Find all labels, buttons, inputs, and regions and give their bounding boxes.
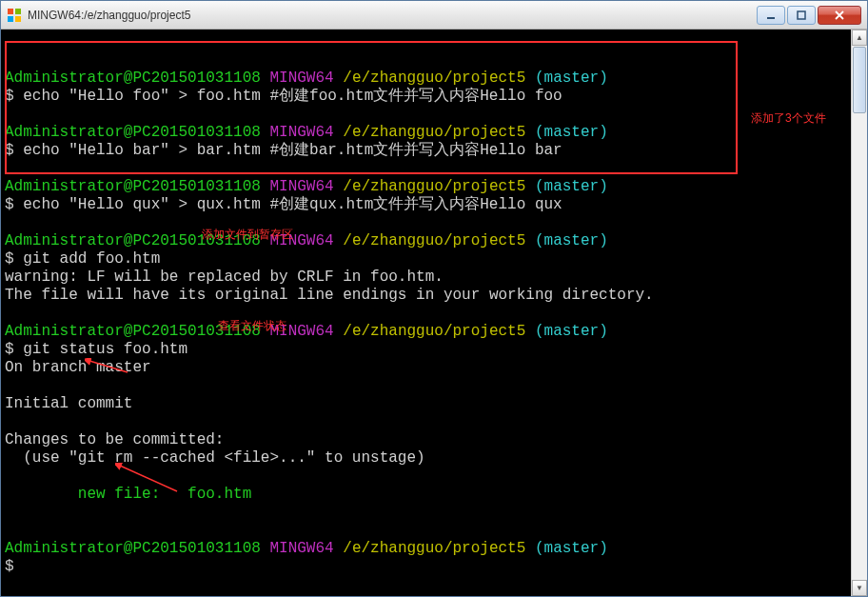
blank-line xyxy=(5,522,14,539)
out-changes: Changes to be committed: xyxy=(5,431,224,448)
maximize-button[interactable] xyxy=(787,6,816,25)
prompt-env: MINGW64 xyxy=(269,178,333,195)
prompt-symbol: $ xyxy=(5,341,14,358)
scroll-thumb[interactable] xyxy=(853,47,866,113)
svg-rect-3 xyxy=(15,16,21,22)
annotation-add-stage: 添加文件到暂存区 xyxy=(202,227,293,243)
prompt-path: /e/zhangguo/project5 xyxy=(343,70,525,87)
close-button[interactable] xyxy=(818,6,861,25)
prompt-branch: (master) xyxy=(535,70,608,87)
terminal-area[interactable]: Administrator@PC201501031108 MINGW64 /e/… xyxy=(1,30,867,596)
svg-rect-5 xyxy=(798,11,805,19)
svg-rect-0 xyxy=(8,9,13,14)
prompt-env: MINGW64 xyxy=(269,540,333,557)
prompt-user: Administrator@PC201501031108 xyxy=(5,540,261,557)
blank-line xyxy=(5,413,14,430)
out-initial: Initial commit xyxy=(5,395,132,412)
out-on-branch: On branch master xyxy=(5,359,151,376)
blank-line xyxy=(5,468,14,485)
prompt-env: MINGW64 xyxy=(269,70,333,87)
mingw-window: MINGW64:/e/zhangguo/project5 Administrat… xyxy=(0,0,868,597)
minimize-button[interactable] xyxy=(757,6,785,25)
svg-rect-2 xyxy=(8,16,13,22)
titlebar[interactable]: MINGW64:/e/zhangguo/project5 xyxy=(1,1,867,30)
prompt-user: Administrator@PC201501031108 xyxy=(5,70,261,87)
terminal-content: Administrator@PC201501031108 MINGW64 /e/… xyxy=(5,33,863,576)
blank-line xyxy=(5,214,14,231)
annotation-check-status: 查看文件状态 xyxy=(218,318,286,334)
svg-rect-4 xyxy=(767,17,775,19)
prompt-path: /e/zhangguo/project5 xyxy=(343,178,525,195)
prompt-branch: (master) xyxy=(535,178,608,195)
cmd-echo-foo: echo "Hello foo" > foo.htm #创建foo.htm文件并… xyxy=(14,88,562,105)
cmd-echo-qux: echo "Hello qux" > qux.htm #创建qux.htm文件并… xyxy=(14,196,562,213)
blank-line xyxy=(5,305,14,322)
prompt-path: /e/zhangguo/project5 xyxy=(343,323,525,340)
prompt-branch: (master) xyxy=(535,232,608,249)
cmd-echo-bar: echo "Hello bar" > bar.htm #创建bar.htm文件并… xyxy=(14,142,562,159)
prompt-env: MINGW64 xyxy=(269,124,333,141)
annotation-added3: 添加了3个文件 xyxy=(751,110,826,127)
prompt-user: Administrator@PC201501031108 xyxy=(5,124,261,141)
svg-rect-1 xyxy=(15,9,21,14)
prompt-path: /e/zhangguo/project5 xyxy=(343,540,525,557)
prompt-path: /e/zhangguo/project5 xyxy=(343,232,525,249)
prompt-path: /e/zhangguo/project5 xyxy=(343,124,525,141)
cmd-git-add: git add foo.htm xyxy=(14,250,161,268)
prompt-branch: (master) xyxy=(535,540,608,557)
out-use-rm: (use "git rm --cached <file>..." to unst… xyxy=(5,449,425,467)
prompt-symbol: $ xyxy=(5,250,14,268)
prompt-symbol: $ xyxy=(5,88,14,105)
prompt-symbol: $ xyxy=(5,558,14,575)
out-warn1: warning: LF will be replaced by CRLF in … xyxy=(5,269,444,286)
prompt-branch: (master) xyxy=(535,323,608,340)
out-new-file: new file: foo.htm xyxy=(5,486,251,503)
prompt-symbol: $ xyxy=(5,142,14,159)
out-warn2: The file will have its original line end… xyxy=(5,287,654,304)
scroll-up-button[interactable]: ▲ xyxy=(852,30,867,46)
blank-line xyxy=(5,160,14,177)
prompt-branch: (master) xyxy=(535,124,608,141)
app-icon xyxy=(7,8,22,23)
prompt-symbol: $ xyxy=(5,196,14,213)
scroll-down-button[interactable]: ▼ xyxy=(852,580,867,596)
blank-line xyxy=(5,106,14,123)
blank-line xyxy=(5,377,14,394)
window-title: MINGW64:/e/zhangguo/project5 xyxy=(28,9,755,22)
blank-line xyxy=(5,504,14,521)
window-controls xyxy=(755,6,861,25)
scrollbar[interactable]: ▲ ▼ xyxy=(851,30,867,596)
blank-line xyxy=(5,51,14,69)
cmd-git-status: git status foo.htm xyxy=(14,341,187,358)
prompt-user: Administrator@PC201501031108 xyxy=(5,178,261,195)
